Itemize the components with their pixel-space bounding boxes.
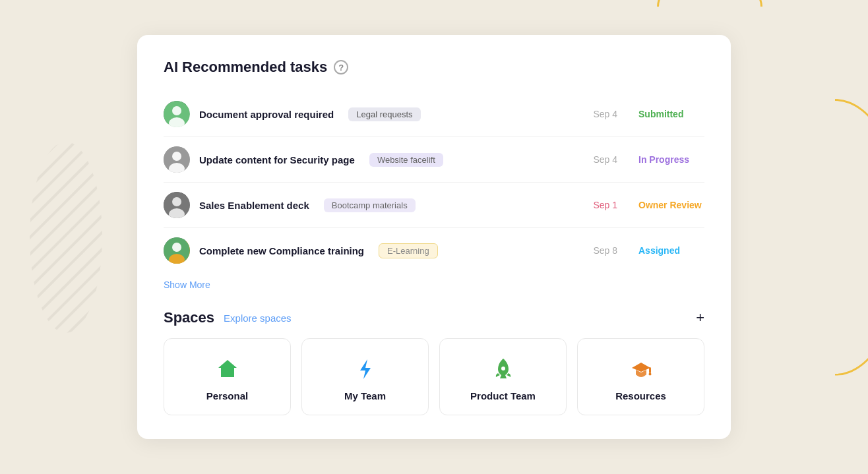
- explore-spaces-link[interactable]: Explore spaces: [224, 312, 292, 324]
- svg-marker-15: [360, 359, 371, 379]
- task-tag: Website facelift: [369, 153, 443, 167]
- space-label: Product Team: [470, 390, 536, 401]
- table-row[interactable]: Sales Enablement deck Bootcamp materials…: [164, 183, 704, 228]
- main-card: AI Recommended tasks ? Document approval…: [137, 35, 731, 439]
- svg-point-6: [172, 152, 181, 161]
- table-row[interactable]: Document approval required Legal request…: [164, 92, 704, 137]
- task-date: Sep 1: [593, 200, 629, 210]
- spaces-grid: Personal My Team Product Team: [164, 338, 704, 415]
- show-more-link[interactable]: Show More: [164, 280, 210, 290]
- add-space-button[interactable]: +: [696, 311, 704, 325]
- task-name: Sales Enablement deck: [199, 200, 309, 211]
- avatar: [164, 146, 190, 173]
- svg-point-16: [501, 367, 505, 370]
- ai-section-header: AI Recommended tasks ?: [164, 59, 704, 76]
- task-name: Update content for Security page: [199, 154, 355, 165]
- avatar: [164, 192, 190, 218]
- task-tag: Legal requests: [348, 107, 420, 121]
- task-name: Complete new Compliance training: [199, 245, 364, 256]
- space-card-resources[interactable]: Resources: [577, 338, 704, 415]
- svg-rect-14: [225, 372, 230, 377]
- task-date: Sep 4: [593, 154, 629, 165]
- svg-marker-17: [632, 363, 650, 372]
- space-label: My Team: [344, 390, 386, 401]
- space-card-product-team[interactable]: Product Team: [439, 338, 567, 415]
- ai-section-title: AI Recommended tasks: [164, 59, 327, 76]
- spaces-section-title: Spaces: [164, 309, 214, 326]
- bolt-icon: [354, 357, 377, 381]
- task-status: In Progress: [638, 154, 704, 165]
- task-date: Sep 8: [593, 245, 629, 256]
- task-date: Sep 4: [593, 109, 629, 119]
- space-card-my-team[interactable]: My Team: [301, 338, 429, 415]
- space-label: Personal: [206, 390, 248, 401]
- task-name: Document approval required: [199, 109, 334, 120]
- svg-point-19: [648, 373, 651, 376]
- table-row[interactable]: Complete new Compliance training E-Learn…: [164, 228, 704, 273]
- help-icon[interactable]: ?: [334, 60, 348, 74]
- bg-arc-top-decoration: [657, 0, 762, 40]
- task-list: Document approval required Legal request…: [164, 92, 704, 273]
- avatar: [164, 101, 190, 127]
- task-status: Assigned: [638, 245, 704, 256]
- spaces-header: Spaces Explore spaces +: [164, 309, 704, 326]
- svg-point-9: [172, 197, 181, 206]
- svg-rect-18: [649, 367, 651, 373]
- task-tag: Bootcamp materials: [324, 198, 416, 212]
- task-tag: E-Learning: [379, 243, 438, 258]
- home-icon: [216, 357, 239, 381]
- task-status: Submitted: [638, 109, 704, 119]
- avatar: [164, 237, 190, 264]
- rocket-icon: [491, 357, 515, 381]
- space-label: Resources: [615, 390, 666, 401]
- space-card-personal[interactable]: Personal: [164, 338, 291, 415]
- svg-point-1: [30, 142, 102, 333]
- graduation-icon: [629, 357, 653, 381]
- bg-arc-right-decoration: [762, 99, 868, 376]
- bg-stripes-decoration: [26, 138, 106, 336]
- task-status: Owner Review: [638, 200, 704, 210]
- svg-point-12: [172, 243, 181, 252]
- svg-point-3: [172, 106, 181, 115]
- table-row[interactable]: Update content for Security page Website…: [164, 137, 704, 183]
